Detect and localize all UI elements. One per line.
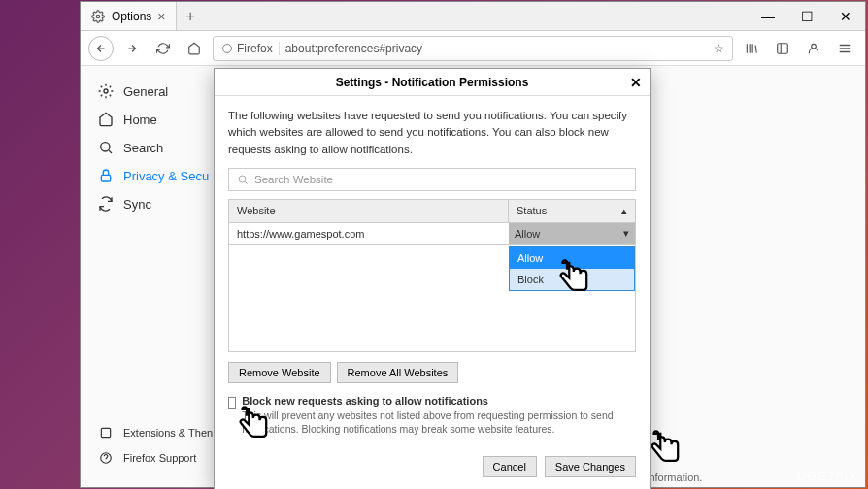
search-icon <box>98 140 114 155</box>
close-tab-icon[interactable]: × <box>157 9 165 24</box>
tab-title: Options <box>112 10 151 23</box>
sidebar-item-home[interactable]: Home <box>98 112 217 127</box>
sidebar-item-extensions[interactable]: Extensions & Then <box>98 425 217 440</box>
block-new-requests-checkbox[interactable] <box>228 397 236 409</box>
sidebar-item-privacy[interactable]: Privacy & Secu <box>98 168 217 183</box>
watermark: UGETFIX <box>797 469 858 483</box>
dialog-header: Settings - Notification Permissions ✕ <box>215 69 650 96</box>
home-button[interactable] <box>182 36 207 61</box>
library-icon[interactable] <box>739 36 764 61</box>
cancel-button[interactable]: Cancel <box>483 456 537 477</box>
search-icon <box>237 174 249 185</box>
sidebar-icon[interactable] <box>770 36 795 61</box>
preferences-sidebar: General Home Search Privacy & Secu Sync <box>81 66 217 487</box>
url-text: about:preferences#privacy <box>285 42 422 55</box>
sidebar-item-label: Search <box>123 141 163 155</box>
dialog-description: The following websites have requested to… <box>228 108 636 158</box>
navbar: Firefox about:preferences#privacy ☆ <box>81 31 865 66</box>
url-label: Firefox <box>237 42 273 55</box>
svg-line-10 <box>109 150 112 153</box>
titlebar: Options × + — ☐ ✕ <box>81 2 865 31</box>
cell-website-url: https://www.gamespot.com <box>229 223 509 244</box>
dropdown-option-allow[interactable]: Allow <box>510 247 634 269</box>
sidebar-item-label: Sync <box>123 197 151 212</box>
close-dialog-button[interactable]: ✕ <box>630 75 642 90</box>
dropdown-option-block[interactable]: Block <box>510 269 634 290</box>
search-website-input[interactable]: Search Website <box>228 168 636 191</box>
sidebar-item-label: Firefox Support <box>123 452 196 464</box>
url-bar[interactable]: Firefox about:preferences#privacy ☆ <box>213 36 733 61</box>
svg-rect-12 <box>101 428 110 437</box>
sidebar-item-general[interactable]: General <box>98 83 217 99</box>
menu-icon[interactable] <box>832 36 857 61</box>
minimize-button[interactable]: — <box>749 9 787 24</box>
forward-button[interactable] <box>119 36 145 61</box>
sync-icon <box>98 196 114 212</box>
sidebar-item-sync[interactable]: Sync <box>98 196 217 212</box>
col-website[interactable]: Website <box>229 200 509 222</box>
close-window-button[interactable]: ✕ <box>826 9 865 24</box>
bookmark-star-icon[interactable]: ☆ <box>714 42 724 55</box>
lock-icon <box>98 168 114 183</box>
svg-point-14 <box>239 176 246 182</box>
sidebar-item-label: General <box>123 84 168 99</box>
reload-button[interactable] <box>150 36 176 61</box>
firefox-icon <box>221 43 233 54</box>
svg-rect-2 <box>778 43 788 53</box>
sidebar-item-search[interactable]: Search <box>98 140 217 155</box>
svg-point-9 <box>101 143 110 151</box>
url-identity: Firefox <box>221 42 280 55</box>
new-tab-button[interactable]: + <box>177 8 205 25</box>
block-new-requests-label: Block new requests asking to allow notif… <box>242 395 636 407</box>
back-button[interactable] <box>88 36 114 61</box>
sidebar-item-label: Extensions & Then <box>123 427 213 439</box>
chevron-down-icon: ▾ <box>623 227 629 240</box>
dialog-title: Settings - Notification Permissions <box>336 76 529 89</box>
svg-point-0 <box>96 15 100 18</box>
browser-tab[interactable]: Options × <box>81 2 177 30</box>
search-placeholder: Search Website <box>254 174 333 185</box>
svg-point-4 <box>812 44 817 49</box>
account-icon[interactable] <box>801 36 826 61</box>
table-row[interactable]: https://www.gamespot.com Allow ▾ Allow B… <box>228 223 636 245</box>
save-changes-button[interactable]: Save Changes <box>545 456 636 477</box>
status-dropdown-menu: Allow Block <box>509 246 635 291</box>
puzzle-icon <box>98 425 114 440</box>
help-icon <box>98 450 114 466</box>
sidebar-item-support[interactable]: Firefox Support <box>98 450 217 466</box>
gear-icon <box>98 83 114 99</box>
home-icon <box>98 112 114 127</box>
svg-point-8 <box>104 89 108 93</box>
sidebar-item-label: Privacy & Secu <box>123 169 209 183</box>
block-new-requests-description: This will prevent any websites not liste… <box>242 408 636 437</box>
remove-all-websites-button[interactable]: Remove All Websites <box>337 362 459 383</box>
remove-website-button[interactable]: Remove Website <box>228 362 331 383</box>
notification-permissions-dialog: Settings - Notification Permissions ✕ Th… <box>214 68 651 489</box>
status-dropdown[interactable]: Allow ▾ <box>509 223 635 244</box>
sidebar-item-label: Home <box>123 113 157 127</box>
sort-arrow-icon: ▴ <box>621 205 627 217</box>
gear-icon <box>90 9 106 24</box>
svg-line-15 <box>245 181 247 183</box>
svg-rect-11 <box>101 175 110 181</box>
col-status[interactable]: Status ▴ <box>509 200 635 222</box>
maximize-button[interactable]: ☐ <box>787 9 826 24</box>
table-header: Website Status ▴ <box>228 199 636 223</box>
svg-point-1 <box>223 44 232 52</box>
